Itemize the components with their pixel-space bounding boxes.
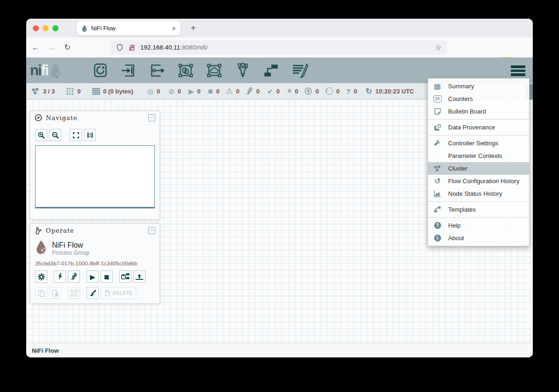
stale-status: 0 xyxy=(305,87,319,95)
menu-separator xyxy=(428,217,529,218)
breadcrumb-root[interactable]: NiFi Flow xyxy=(32,347,59,354)
remote-process-group-icon[interactable] xyxy=(205,62,224,79)
locally-modified-stale-icon: ! xyxy=(326,87,333,95)
zoom-fit-button[interactable] xyxy=(70,129,82,141)
menu-label: Data Provenance xyxy=(448,124,495,131)
refresh-icon[interactable]: ↻ xyxy=(365,87,372,95)
running-status: ▶ 0 xyxy=(189,88,201,95)
locally-modified-stale-count: 0 xyxy=(336,88,340,95)
queued-status: 0 (0 bytes) xyxy=(92,88,133,95)
processor-icon[interactable] xyxy=(91,62,109,79)
not-transmitting-status: ⊘ 0 xyxy=(168,88,181,95)
wrench-icon xyxy=(433,140,442,147)
history-icon: ↺ xyxy=(433,178,442,185)
zoom-actual-size-button[interactable] xyxy=(84,129,96,141)
bookmark-star-icon[interactable]: ☆ xyxy=(435,43,442,52)
url-field[interactable]: 192.168.40.11:8080/nifi/ ☆ xyxy=(110,40,447,55)
forward-icon[interactable]: → xyxy=(45,41,58,54)
menu-item-bulletin-board[interactable]: Bulletin Board xyxy=(428,105,529,118)
funnel-icon[interactable] xyxy=(233,62,252,79)
zoom-window-button[interactable] xyxy=(52,25,58,31)
nifi-drop-icon xyxy=(49,63,62,78)
component-type: Process Group xyxy=(52,249,89,257)
component-toolbar xyxy=(91,62,309,79)
menu-item-cluster[interactable]: Cluster xyxy=(428,162,529,175)
menu-label: Node Status History xyxy=(448,190,502,197)
disable-button[interactable] xyxy=(68,271,80,283)
chart-icon xyxy=(433,190,442,197)
change-color-button[interactable] xyxy=(87,287,99,299)
menu-item-templates[interactable]: Templates xyxy=(428,203,529,216)
close-window-button[interactable] xyxy=(33,25,39,31)
start-icon: ▶ xyxy=(90,273,95,280)
reload-icon[interactable]: ↻ xyxy=(61,41,74,54)
label-icon[interactable] xyxy=(290,62,309,79)
start-button[interactable]: ▶ xyxy=(87,271,99,283)
global-menu-icon[interactable] xyxy=(509,64,527,78)
compass-icon xyxy=(35,114,42,121)
url-host: 192.168.40.11 xyxy=(140,44,180,51)
menu-item-node-status-history[interactable]: Node Status History xyxy=(428,187,529,200)
zoom-in-button[interactable] xyxy=(35,129,47,141)
operate-header: Operate − xyxy=(30,224,160,237)
disabled-icon xyxy=(246,87,253,95)
menu-label: Controller Settings xyxy=(448,140,498,147)
threads-count: 0 xyxy=(77,88,80,95)
menu-item-data-provenance[interactable]: Data Provenance xyxy=(428,121,529,134)
menu-label: Parameter Contexts xyxy=(448,152,502,159)
component-name: NiFi Flow xyxy=(52,241,89,249)
minimize-window-button[interactable] xyxy=(43,25,49,31)
stopped-count: 0 xyxy=(216,88,219,95)
menu-item-help[interactable]: ? Help xyxy=(428,219,529,232)
configuration-button[interactable] xyxy=(35,271,47,283)
stop-button[interactable]: ■ xyxy=(101,271,113,283)
output-port-icon[interactable] xyxy=(148,62,167,79)
birdseye-view[interactable] xyxy=(35,145,155,208)
menu-item-about[interactable]: i About xyxy=(428,232,529,244)
template-icon xyxy=(433,206,442,213)
url-text[interactable]: 192.168.40.11:8080/nifi/ xyxy=(140,44,435,51)
up-to-date-icon: ✔ xyxy=(267,88,273,95)
tab-close-icon[interactable]: × xyxy=(172,24,176,32)
upload-template-button[interactable] xyxy=(133,271,145,283)
collapse-operate-button[interactable]: − xyxy=(148,227,155,234)
back-icon[interactable]: ← xyxy=(29,41,42,54)
transmitting-status: ◎ 0 xyxy=(147,88,160,95)
insecure-lock-icon[interactable] xyxy=(128,44,136,51)
enable-button[interactable] xyxy=(54,271,66,283)
process-group-icon[interactable] xyxy=(176,62,195,79)
menu-item-controller-settings[interactable]: Controller Settings xyxy=(428,137,529,150)
navigate-header: Navigate − xyxy=(30,111,160,124)
menu-item-summary[interactable]: ▦ Summary xyxy=(428,80,529,93)
logo-ni: ni xyxy=(30,62,41,78)
stop-icon: ■ xyxy=(104,272,109,281)
cluster-icon xyxy=(31,87,40,95)
hand-icon xyxy=(35,227,42,235)
operate-actions-row-2: DELETE xyxy=(35,287,155,299)
new-tab-button[interactable]: + xyxy=(187,22,199,35)
threads-icon xyxy=(66,87,74,95)
stale-count: 0 xyxy=(315,88,319,95)
birdseye-brand-strip xyxy=(35,208,155,214)
browser-tab[interactable]: NiFi Flow × xyxy=(77,21,181,36)
threads-status: 0 xyxy=(66,87,80,95)
menu-item-flow-configuration-history[interactable]: ↺ Flow Configuration History xyxy=(428,175,529,187)
template-icon[interactable] xyxy=(262,62,281,79)
data-provenance-icon xyxy=(433,124,442,131)
menu-separator xyxy=(428,119,529,120)
sync-failure-icon: ? xyxy=(346,87,350,95)
url-toolbar: ← → ↻ 192.168.40.11:8080/nifi/ ☆ local xyxy=(26,37,533,57)
collapse-navigate-button[interactable]: − xyxy=(148,114,155,121)
component-id: 35cbd3b7-017b-1000-8bff-1c3405c00d6b xyxy=(35,261,155,266)
zoom-out-button[interactable] xyxy=(49,129,61,141)
create-template-button[interactable] xyxy=(119,271,131,283)
sync-failure-status: ? 0 xyxy=(346,87,357,95)
menu-item-counters[interactable]: 23 Counters xyxy=(428,93,529,105)
navigate-title: Navigate xyxy=(46,114,148,121)
input-port-icon[interactable] xyxy=(119,62,138,79)
menu-item-parameter-contexts[interactable]: Parameter Contexts xyxy=(428,150,529,162)
process-group-drop-icon xyxy=(35,240,47,255)
running-count: 0 xyxy=(197,88,201,95)
up-to-date-status: ✔ 0 xyxy=(267,88,280,95)
shield-icon[interactable] xyxy=(116,44,123,51)
